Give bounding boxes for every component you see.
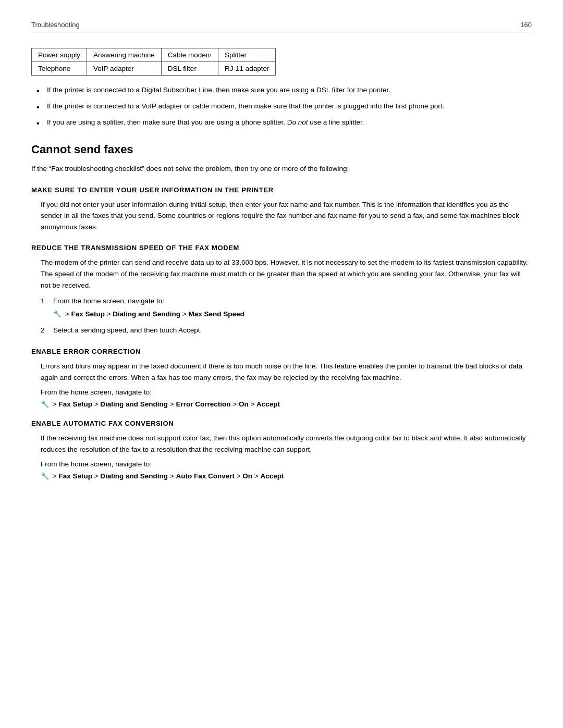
step-text-0: From the home screen, navigate to:🔧 > Fa… [53,296,244,320]
cannot-send-faxes-section: Cannot send faxes If the “Fax troublesho… [31,143,532,480]
table-cell: VoIP adapter [87,62,162,76]
subsection-reduce-speed: REDUCE THE TRANSMISSION SPEED OF THE FAX… [31,244,532,336]
page-header: Troubleshooting 160 [31,21,532,32]
step-1: 2Select a sending speed, and then touch … [41,325,532,336]
bullet-item-2: If you are using a splitter, then make s… [36,117,532,128]
subsection-body-make-sure: If you did not enter your user informati… [41,199,532,233]
subsection-heading-reduce-speed: REDUCE THE TRANSMISSION SPEED OF THE FAX… [31,244,532,252]
bullet-list: If the printer is connected to a Digital… [31,85,532,128]
from-home-enable-error: From the home screen, navigate to: [41,388,532,396]
step-text-1: Select a sending speed, and then touch A… [53,325,202,336]
table-cell: Power supply [32,48,87,62]
subsection-body-enable-error: Errors and blurs may appear in the faxed… [41,361,532,383]
table-cell: Cable modem [161,48,218,62]
section-intro: If the “Fax troubleshooting checklist” d… [31,164,532,175]
subsection-make-sure: MAKE SURE TO ENTER YOUR USER INFORMATION… [31,186,532,233]
table-cell: Telephone [32,62,87,76]
step-0: 1From the home screen, navigate to:🔧 > F… [41,296,532,320]
nav-path-enable-auto: 🔧 > Fax Setup > Dialing and Sending > Au… [41,472,532,480]
nav-path-0: 🔧 > Fax Setup > Dialing and Sending > Ma… [53,309,244,320]
nav-path-enable-error: 🔧 > Fax Setup > Dialing and Sending > Er… [41,400,532,408]
table-cell: Splitter [218,48,276,62]
subsection-heading-make-sure: MAKE SURE TO ENTER YOUR USER INFORMATION… [31,186,532,194]
bullet-item-1: If the printer is connected to a VoIP ad… [36,101,532,112]
header-title: Troubleshooting [31,21,80,29]
header-page-number: 160 [520,21,532,29]
table-cell: DSL filter [161,62,218,76]
subsection-enable-error: ENABLE ERROR CORRECTIONErrors and blurs … [31,348,532,408]
table-cell: RJ-11 adapter [218,62,276,76]
from-home-enable-auto: From the home screen, navigate to: [41,460,532,468]
section-title: Cannot send faxes [31,143,532,156]
subsection-body-reduce-speed: The modem of the printer can send and re… [41,257,532,291]
subsection-heading-enable-error: ENABLE ERROR CORRECTION [31,348,532,355]
subsection-heading-enable-auto: ENABLE AUTOMATIC FAX CONVERSION [31,419,532,427]
steps-list-reduce-speed: 1From the home screen, navigate to:🔧 > F… [41,296,532,336]
subsection-enable-auto: ENABLE AUTOMATIC FAX CONVERSIONIf the re… [31,419,532,480]
device-table: Power supplyAnswering machineCable modem… [31,48,276,76]
table-cell: Answering machine [87,48,162,62]
subsection-body-enable-auto: If the receiving fax machine does not su… [41,433,532,455]
bullet-item-0: If the printer is connected to a Digital… [36,85,532,96]
